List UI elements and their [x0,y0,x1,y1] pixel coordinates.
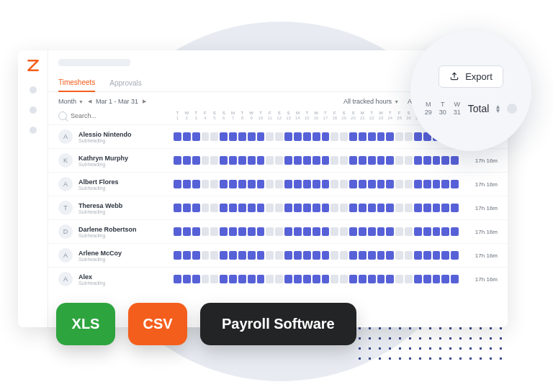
day-cell[interactable] [257,275,265,283]
day-cell[interactable] [238,251,246,260]
day-cell[interactable] [368,275,376,283]
day-cell[interactable] [303,156,311,165]
day-cell[interactable] [192,227,200,236]
day-cell[interactable] [441,204,449,212]
day-cell[interactable] [395,204,403,212]
day-cell[interactable] [340,275,348,283]
day-cell[interactable] [294,156,302,165]
tab-approvals[interactable]: Approvals [109,79,141,91]
day-cell[interactable] [313,227,320,236]
day-cell[interactable] [266,156,274,165]
day-cell[interactable] [359,180,367,188]
day-cell[interactable] [414,275,422,283]
day-cell[interactable] [238,227,246,236]
day-cell[interactable] [238,275,246,283]
day-cell[interactable] [275,156,283,165]
day-cell[interactable] [229,227,237,236]
day-cell[interactable] [257,180,265,188]
day-cell[interactable] [386,227,394,236]
day-cell[interactable] [183,132,191,141]
day-cell[interactable] [340,180,348,188]
day-cell[interactable] [183,227,191,236]
day-cell[interactable] [174,204,181,212]
day-cell[interactable] [395,156,403,165]
day-cell[interactable] [395,180,403,188]
day-cell[interactable] [284,156,292,165]
day-cell[interactable] [229,156,237,165]
tab-timesheets[interactable]: Timesheets [58,78,95,92]
day-cell[interactable] [284,132,292,141]
day-cell[interactable] [294,227,302,236]
day-cell[interactable] [395,227,403,236]
day-cell[interactable] [266,204,274,212]
day-cell[interactable] [322,275,330,283]
day-cell[interactable] [451,204,459,212]
day-cell[interactable] [423,156,431,165]
day-cell[interactable] [183,204,191,212]
day-cell[interactable] [349,251,357,260]
day-cell[interactable] [386,204,394,212]
sort-icon[interactable]: ▴▾ [496,104,500,112]
day-cell[interactable] [303,227,311,236]
period-filter[interactable]: Month ▼ [58,98,84,105]
day-cell[interactable] [275,180,283,188]
day-cell[interactable] [322,227,330,236]
day-cell[interactable] [229,132,237,141]
day-cell[interactable] [405,156,413,165]
day-cell[interactable] [266,227,274,236]
day-cell[interactable] [433,204,441,212]
day-cell[interactable] [359,156,367,165]
day-cell[interactable] [377,204,385,212]
day-cell[interactable] [386,251,394,260]
day-cell[interactable] [349,227,357,236]
day-cell[interactable] [248,251,256,260]
rail-item[interactable] [30,86,37,94]
day-cell[interactable] [386,132,394,141]
table-row[interactable]: AAlbert FloresSubheading17h 16m [48,172,508,196]
day-cell[interactable] [405,204,413,212]
day-cell[interactable] [294,275,302,283]
search-input[interactable] [71,112,150,119]
day-cell[interactable] [202,275,210,283]
day-cell[interactable] [405,132,413,141]
day-cell[interactable] [174,227,181,236]
day-cell[interactable] [386,156,394,165]
day-cell[interactable] [395,275,403,283]
day-cell[interactable] [210,180,218,188]
day-cell[interactable] [238,204,246,212]
day-cell[interactable] [210,275,218,283]
day-cell[interactable] [423,180,431,188]
day-cell[interactable] [266,180,274,188]
day-cell[interactable] [359,275,367,283]
day-cell[interactable] [368,251,376,260]
day-cell[interactable] [433,156,441,165]
day-cell[interactable] [238,180,246,188]
day-cell[interactable] [331,132,338,141]
day-cell[interactable] [451,275,459,283]
day-cell[interactable] [433,227,441,236]
day-cell[interactable] [405,180,413,188]
day-cell[interactable] [294,251,302,260]
day-cell[interactable] [414,180,422,188]
day-cell[interactable] [248,156,256,165]
day-cell[interactable] [331,180,338,188]
export-button[interactable]: Export [439,65,503,88]
prev-icon[interactable]: ◀ [88,99,91,104]
day-cell[interactable] [174,132,181,141]
day-cell[interactable] [257,204,265,212]
day-cell[interactable] [303,251,311,260]
day-cell[interactable] [266,275,274,283]
day-cell[interactable] [340,251,348,260]
day-cell[interactable] [377,251,385,260]
day-cell[interactable] [229,180,237,188]
day-cell[interactable] [386,180,394,188]
day-cell[interactable] [395,132,403,141]
day-cell[interactable] [331,227,338,236]
table-row[interactable]: KKathryn MurphySubheading17h 16m [48,148,508,172]
day-cell[interactable] [248,275,256,283]
payroll-chip[interactable]: Payroll Software [200,303,356,345]
day-cell[interactable] [192,180,200,188]
day-cell[interactable] [275,132,283,141]
day-cell[interactable] [174,180,181,188]
day-cell[interactable] [349,275,357,283]
